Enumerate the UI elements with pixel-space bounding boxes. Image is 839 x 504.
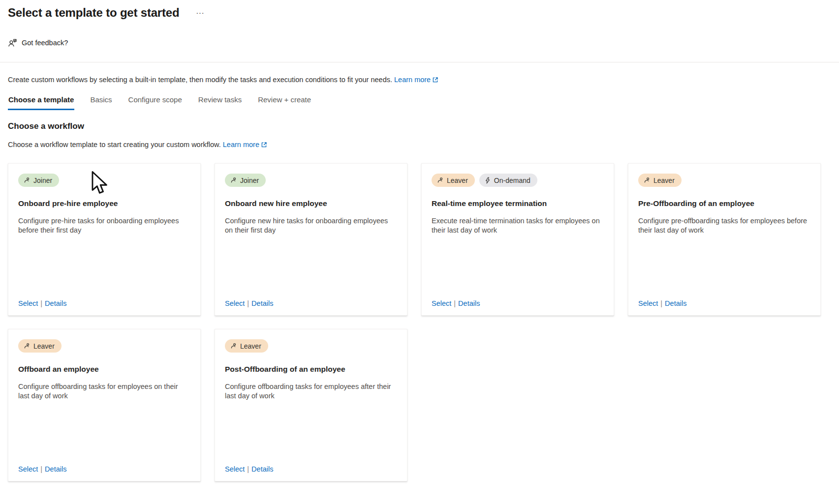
badge-row: LeaverOn-demand [432,174,604,187]
tab-list: Choose a templateBasicsConfigure scopeRe… [8,95,839,110]
subtitle-text: Choose a workflow template to start crea… [8,141,221,148]
learn-more-link[interactable]: Learn more [394,76,438,84]
badge-row: Joiner [18,174,190,187]
section-divider [0,62,839,62]
badge-on-demand: On-demand [479,174,537,187]
card-actions: Select|Details [432,299,480,307]
section-heading: Choose a workflow [8,121,839,131]
person-icon [230,343,237,349]
card-title: Onboard new hire employee [225,199,397,208]
workflow-learn-more-link[interactable]: Learn more [223,141,267,148]
card-description: Configure pre-offboarding tasks for empl… [638,216,809,235]
template-card[interactable]: LeaverPost-Offboarding of an employeeCon… [215,329,407,481]
badge-label: Leaver [447,177,468,184]
select-link[interactable]: Select [225,465,245,473]
template-card[interactable]: JoinerOnboard new hire employeeConfigure… [215,163,407,316]
feedback-button[interactable]: Got feedback? [8,38,68,48]
card-actions: Select|Details [18,465,66,473]
card-description: Execute real-time termination tasks for … [432,216,603,235]
card-title: Post-Offboarding of an employee [225,365,397,374]
details-link[interactable]: Details [251,465,273,473]
select-link[interactable]: Select [432,299,451,307]
link-separator: | [660,299,662,307]
tab-review-create[interactable]: Review + create [257,95,311,110]
card-title: Onboard pre-hire employee [18,199,190,208]
command-bar: Got feedback? [8,36,839,49]
template-card[interactable]: LeaverOn-demandReal-time employee termin… [421,163,614,316]
feedback-icon [8,38,17,48]
feedback-label: Got feedback? [22,39,68,47]
person-icon [24,177,30,183]
badge-joiner: Joiner [18,174,59,187]
intro-text: Create custom workflows by selecting a b… [8,76,839,84]
select-link[interactable]: Select [18,465,38,473]
template-card[interactable]: LeaverPre-Offboarding of an employeeConf… [628,163,821,316]
badge-leaver: Leaver [432,174,475,187]
badge-row: Leaver [638,174,810,187]
card-description: Configure new hire tasks for onboarding … [225,216,396,235]
more-options-button[interactable]: ... [196,7,204,15]
person-icon [230,177,237,183]
tab-configure-scope[interactable]: Configure scope [128,95,183,110]
tab-review-tasks[interactable]: Review tasks [198,95,242,110]
card-actions: Select|Details [225,299,273,307]
badge-label: Joiner [33,177,52,184]
badge-leaver: Leaver [18,339,62,353]
link-separator: | [247,465,249,473]
badge-row: Leaver [18,339,190,353]
section-subtitle: Choose a workflow template to start crea… [8,141,839,148]
details-link[interactable]: Details [45,299,66,307]
card-description: Configure offboarding tasks for employee… [18,382,189,401]
person-icon [644,177,650,183]
card-actions: Select|Details [638,299,686,307]
details-link[interactable]: Details [251,299,273,307]
badge-row: Joiner [225,174,397,187]
details-link[interactable]: Details [45,465,66,473]
template-card-grid: JoinerOnboard pre-hire employeeConfigure… [8,163,839,481]
card-actions: Select|Details [18,299,66,307]
badge-label: Joiner [240,177,259,184]
details-link[interactable]: Details [665,299,686,307]
template-card[interactable]: JoinerOnboard pre-hire employeeConfigure… [8,163,201,316]
badge-joiner: Joiner [225,174,266,187]
link-separator: | [40,465,42,473]
badge-label: On-demand [494,177,530,184]
badge-leaver: Leaver [225,339,268,353]
badge-label: Leaver [240,342,261,350]
badge-label: Leaver [653,177,675,184]
card-title: Real-time employee termination [432,199,604,208]
select-link[interactable]: Select [18,299,38,307]
external-link-icon [432,77,438,83]
external-link-icon [261,142,267,148]
person-icon [437,177,443,183]
card-description: Configure pre-hire tasks for onboarding … [18,216,189,235]
tab-choose-a-template[interactable]: Choose a template [8,95,74,110]
link-separator: | [40,299,42,307]
link-separator: | [454,299,456,307]
badge-row: Leaver [225,339,397,353]
badge-leaver: Leaver [638,174,682,187]
template-card[interactable]: LeaverOffboard an employeeConfigure offb… [8,329,201,481]
card-title: Pre-Offboarding of an employee [638,199,810,208]
details-link[interactable]: Details [458,299,480,307]
intro-description: Create custom workflows by selecting a b… [8,76,392,84]
link-separator: | [247,299,249,307]
tab-basics[interactable]: Basics [90,95,112,110]
select-link[interactable]: Select [225,299,245,307]
select-link[interactable]: Select [638,299,658,307]
card-actions: Select|Details [225,465,273,473]
lightning-icon [485,177,491,184]
badge-label: Leaver [33,342,55,350]
page-title: Select a template to get started [8,6,179,20]
page-header: Select a template to get started ... [0,0,839,20]
card-title: Offboard an employee [18,365,190,374]
card-description: Configure offboarding tasks for employee… [225,382,396,401]
person-icon [24,343,30,349]
